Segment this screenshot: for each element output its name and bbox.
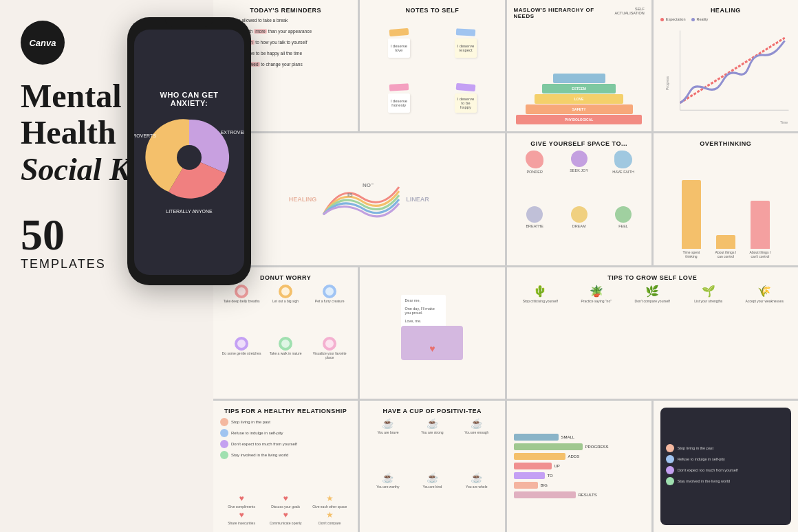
title-line2: Health [21,114,116,151]
self-love-title: TIPS TO GROW SELF LOVE [514,274,792,281]
tea-cup-6: ☕ [471,472,482,484]
healing-chart-area: Progress Time [660,23,791,124]
right-grid: TODAY'S REMINDERS 1) You are allowed to … [213,0,798,532]
healing-word-end: LINEAR [406,196,429,203]
tea-kind: ☕ You are kind [411,472,453,525]
partial-icon-2 [666,455,674,463]
pie-chart: INTROVERTS EXTROVERTS [144,113,234,202]
tea-enough: ☕ You are enough [455,418,497,471]
plant-icon-5: 🌾 [757,285,771,298]
tea-grid: ☕ You are brave ☕ You are strong ☕ You a… [367,418,497,525]
rel-item-1: Stop living in the past [220,418,351,426]
card-give-space: GIVE YOURSELF SPACE TO... PONDER SEEK JO… [507,133,651,265]
donut-5: Take a walk in nature [264,337,307,392]
tea-worthy: ☕ You are worthy [367,472,409,525]
bar-cant-control-bar [751,201,770,249]
pyramid-level-4: SAFETY [526,104,633,114]
progress-results: RESULTS [514,491,645,498]
healing-word-start: HEALING [289,196,317,203]
rel-item-4: Stay involved in the living world [220,451,351,459]
tea-cup-3: ☕ [471,418,482,430]
self-love-2: 🪴 Practice saying "no" [570,285,623,392]
bar-thinking-bar [682,180,701,249]
reminders-title: TODAY'S REMINDERS [220,7,351,14]
bar-to [514,472,545,479]
tea-strong: ☕ You are strong [411,418,453,471]
bar-small [514,434,559,441]
progress-small: SMALL [514,434,645,441]
card-dear-me: Dear me,One day, I'll makeyou proud.Love… [360,267,504,399]
circle-feel: FEEL [602,206,644,258]
relationship-title: TIPS FOR A HEALTHY RELATIONSHIP [220,408,351,414]
pie-introverts-label: INTROVERTS [134,133,156,138]
phone-partial-screen: Stop living in the past Refuse to indulg… [660,408,791,525]
canva-logo-text: Canva [29,38,56,48]
phone-wrapper: WHO CAN GET ANXIETY: INTROVERTS EXTROVER… [127,17,265,306]
phone-partial-item-4: Stay involved in the living world [666,477,786,485]
circle-ponder: PONDER [514,151,556,204]
phone-screen: WHO CAN GET ANXIETY: INTROVERTS EXTROVER… [134,30,244,275]
bar-up [514,463,552,469]
healing-svg [660,23,791,124]
envelope-container: Dear me,One day, I'll makeyou proud.Love… [367,274,497,392]
plant-icon-1: 🌵 [533,285,547,298]
relationship-list: Stop living in the past Refuse to indulg… [220,418,351,490]
svg-text:NO⁻: NO⁻ [363,182,374,188]
left-panel: Canva Mental Health Social Kit 50 TEMPLA… [0,0,213,532]
self-love-1: 🌵 Stop criticising yourself [514,285,568,392]
progress-adds: ADDS [514,453,645,460]
overthinking-title: OVERTHINKING [660,140,791,147]
rainbow-svg: IS NO⁻ [320,180,402,218]
pyramid-level-2: ESTEEM [542,84,616,93]
circle-seek-joy: SEEK JOY [558,151,600,204]
phone-partial-item-2: Refuse to indulge in self-pity [666,455,786,463]
rel-item-3: Don't expect too much from yourself [220,440,351,448]
bar-container: Time spent thinking About things I can c… [660,151,791,258]
bar-progress [514,443,583,450]
phone-partial-item-1: Stop living in the past [666,444,786,452]
card-positivi-tea: HAVE A CUP OF POSITIVI-TEA ☕ You are bra… [360,401,504,532]
tea-brave: ☕ You are brave [367,418,409,471]
phone-frame: WHO CAN GET ANXIETY: INTROVERTS EXTROVER… [127,17,251,285]
progress-progress: PROGRESS [514,443,645,450]
card-notes: NOTES TO SELF I deservelove I deserveres… [360,0,504,131]
partial-icon-1 [666,444,674,452]
bar-adds [514,453,565,460]
phone-title: WHO CAN GET ANXIETY: [141,91,237,107]
canva-logo: Canva [21,21,65,65]
envelope-body: ♥ [401,326,463,360]
card-relationship: TIPS FOR A HEALTHY RELATIONSHIP Stop liv… [213,401,358,532]
relationship-give-icons: ♥ Give compliments ♥ Discuss your goals … [220,494,351,525]
partial-icon-3 [666,466,674,474]
donut-6: Visualize your favorite place [308,337,351,392]
donut-4: Do some gentle stretches [220,337,263,392]
envelope-wrapper: Dear me,One day, I'll makeyou proud.Love… [401,305,463,360]
self-love-5: 🌾 Accept your weaknesses [738,285,792,392]
plant-icon-3: 🌿 [645,285,659,298]
progress-big: BIG [514,482,645,489]
card-self-love: TIPS TO GROW SELF LOVE 🌵 Stop criticisin… [507,267,799,399]
bar-can-control: About things I can control [712,235,740,258]
plant-icon-2: 🪴 [590,285,603,298]
give-space-title: GIVE YOURSELF SPACE TO... [514,140,645,147]
svg-line-3 [680,38,784,103]
circle-have-faith: HAVE FAITH [602,151,644,204]
card-overthinking: OVERTHINKING Time spent thinking About t… [654,133,798,265]
notes-grid: I deservelove I deserverespect I deserve… [367,17,497,124]
tea-cup-1: ☕ [382,418,393,430]
pie-anyone-label: LITERALLY ANYONE [166,209,212,214]
card-phone-bottom: Stop living in the past Refuse to indulg… [654,401,798,532]
give-space-grid: PONDER SEEK JOY HAVE FAITH BREATHE DREAM… [514,151,645,258]
bar-cant-control: About things I can't control [746,201,774,258]
card-progress: SMALL PROGRESS ADDS UP TO BIG [507,401,651,532]
letter: Dear me,One day, I'll makeyou proud.Love… [401,295,446,329]
tea-cup-2: ☕ [427,418,438,430]
tea-cup-4: ☕ [382,472,393,484]
progress-up: UP [514,463,645,469]
pyramid-level-5: PHYSIOLOGICAL [516,115,642,124]
donut-2: Let out a big sigh [264,285,307,335]
self-love-4: 🌱 List your strengths [682,285,735,392]
legend-expectation: Expectation [660,17,686,21]
self-love-3: 🌿 Don't compare yourself [626,285,680,392]
progress-to: TO [514,472,645,479]
